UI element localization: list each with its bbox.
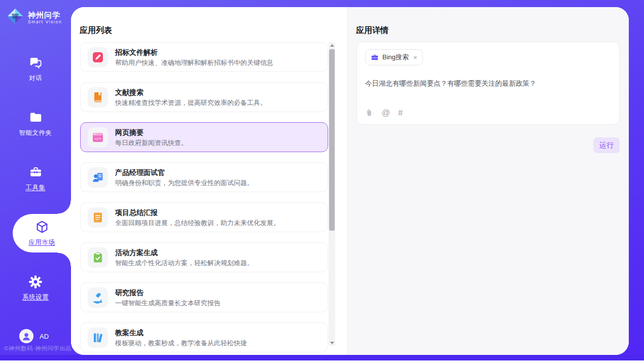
tool-chip-label: Bing搜索: [382, 53, 409, 62]
app-card[interactable]: 产品经理面试官 明确身份和职责，为您提供专业性的面试问题。: [80, 162, 328, 192]
toolbox-icon: [28, 165, 43, 179]
app-card-description: 模板驱动，教案秒成，教学准备从此轻松快捷: [115, 339, 247, 347]
app-list-scrollbar[interactable]: [329, 42, 335, 346]
app-card[interactable]: 项目总结汇报 全面回顾项目进展，总结经验教训，助力未来优化发展。: [80, 202, 328, 232]
app-card-title: 网页摘要: [115, 128, 188, 137]
mention-icon[interactable]: @: [382, 109, 390, 117]
app-card-title: 活动方案生成: [115, 248, 254, 257]
topic-icon[interactable]: #: [398, 109, 403, 117]
folder-icon: [28, 111, 43, 125]
app-card-title: 文献搜索: [115, 88, 267, 97]
app-card-title: 招标文件解析: [115, 48, 273, 57]
sidebar-item-folders[interactable]: 智能文件夹: [0, 104, 71, 143]
cube-icon: [35, 220, 49, 234]
app-card-description: 明确身份和职责，为您提供专业性的面试问题。: [115, 178, 254, 187]
sidebar-item-tools[interactable]: 工具集: [0, 159, 71, 198]
app-card-description: 快速精准查找学术资源，提高研究效率的必备工具。: [115, 98, 267, 107]
app-card[interactable]: 招标文件解析 帮助用户快速、准确地理解和解析招标书中的关键信息: [80, 42, 328, 72]
sidebar-item-settings[interactable]: 系统设置: [0, 269, 71, 307]
app-card-description: 智能生成个性化活动方案，轻松解决规划难题。: [115, 259, 254, 267]
user-account[interactable]: AD: [19, 329, 49, 343]
browser-code-icon: </>: [88, 127, 108, 148]
scrollbar-thumb[interactable]: [329, 49, 335, 231]
sidebar-item-market[interactable]: 应用市场: [13, 214, 71, 252]
run-button[interactable]: 运行: [593, 137, 620, 153]
app-detail-title: 应用详情: [356, 25, 388, 36]
bottom-accent-bar: [0, 355, 644, 360]
query-input[interactable]: 今日湖北有哪些新闻要点？有哪些需要关注的最新政策？: [365, 79, 611, 88]
app-card-description: 全面回顾项目进展，总结经验教训，助力未来优化发展。: [115, 219, 280, 227]
interviewer-icon: [88, 167, 108, 188]
app-card[interactable]: 活动方案生成 智能生成个性化活动方案，轻松解决规划难题。: [80, 242, 328, 272]
app-card[interactable]: 教案生成 模板驱动，教案秒成，教学准备从此轻松快捷: [80, 322, 328, 352]
briefcase-icon: [371, 53, 379, 61]
app-card-title: 产品经理面试官: [115, 168, 254, 177]
brand-diamond-icon: [7, 8, 24, 27]
app-list-pane: 应用列表 招标文件解析 帮助用户快速、准确地理解和解析招标书中的关键信息 文献搜…: [71, 7, 347, 355]
clipboard-check-icon: [88, 247, 108, 268]
app-screen: 神州问学 Smart Vision 对话 智能文件夹 工具集 应用市场 系统设置…: [0, 0, 644, 362]
sidebar-nav: 对话 智能文件夹 工具集 应用市场 系统设置: [0, 50, 71, 323]
app-card-description: 帮助用户快速、准确地理解和解析招标书中的关键信息: [115, 58, 273, 67]
copyright-footer: ©神州数码·神州问学出品: [4, 345, 71, 352]
scroll-down-arrow-icon[interactable]: [329, 340, 335, 346]
composer-toolbar: @#: [365, 108, 611, 117]
flask-icon: [88, 287, 108, 308]
attachment-icon[interactable]: [365, 108, 374, 117]
svg-text:</>: </>: [95, 136, 102, 140]
chat-icon: [28, 56, 43, 70]
app-card-title: 研究报告: [115, 288, 221, 297]
avatar: [19, 329, 33, 343]
book-icon: [88, 87, 108, 107]
tool-chip-bing-search[interactable]: Bing搜索 ×: [365, 49, 423, 65]
note-icon: [88, 207, 108, 228]
app-list: 招标文件解析 帮助用户快速、准确地理解和解析招标书中的关键信息 文献搜索 快速精…: [80, 42, 328, 355]
brand-logo: 神州问学 Smart Vision: [0, 0, 71, 27]
gear-icon: [28, 275, 43, 289]
books-icon: [88, 328, 108, 348]
brand-name: 神州问学: [28, 11, 62, 19]
main-content-card: 应用列表 招标文件解析 帮助用户快速、准确地理解和解析招标书中的关键信息 文献搜…: [71, 7, 629, 355]
prompt-card: Bing搜索 × 今日湖北有哪些新闻要点？有哪些需要关注的最新政策？ @#: [356, 42, 620, 125]
sidebar-item-chat[interactable]: 对话: [0, 50, 71, 88]
app-card[interactable]: 文献搜索 快速精准查找学术资源，提高研究效率的必备工具。: [80, 82, 328, 112]
app-list-title: 应用列表: [80, 25, 112, 36]
user-name: AD: [40, 333, 49, 340]
app-card[interactable]: </> 网页摘要 每日政府新闻资讯快查。: [80, 122, 328, 152]
app-card-description: 一键智能生成高质量长文本研究报告: [115, 299, 221, 307]
app-detail-pane: 应用详情 Bing搜索 × 今日湖北有哪些新闻要点？有哪些需要关注的最新政: [347, 7, 629, 355]
app-card-description: 每日政府新闻资讯快查。: [115, 138, 188, 147]
app-card-title: 教案生成: [115, 328, 247, 337]
brand-subtitle: Smart Vision: [28, 19, 62, 24]
pen-square-icon: [88, 47, 108, 67]
scroll-up-arrow-icon[interactable]: [329, 42, 335, 48]
app-card-title: 项目总结汇报: [115, 208, 280, 217]
sidebar: 神州问学 Smart Vision 对话 智能文件夹 工具集 应用市场 系统设置…: [0, 0, 71, 360]
app-card[interactable]: 研究报告 一键智能生成高质量长文本研究报告: [80, 282, 328, 312]
close-icon[interactable]: ×: [413, 54, 417, 61]
